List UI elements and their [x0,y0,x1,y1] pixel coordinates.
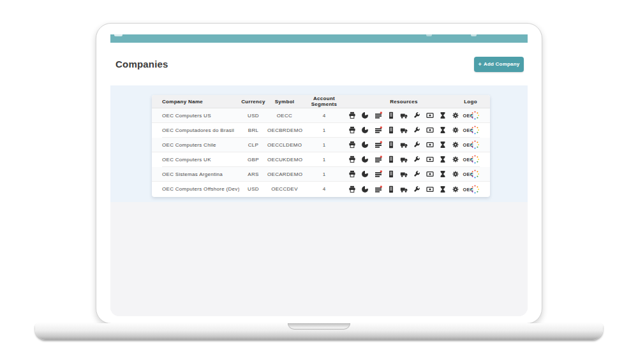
svg-text:OEC: OEC [463,113,473,119]
list-alert-icon[interactable] [375,141,382,149]
symbol-cell: OECARDEMO [267,171,302,177]
segments-cell: 1 [302,171,346,177]
user-icon[interactable] [471,34,477,36]
hourglass-icon[interactable] [439,156,447,163]
wrench-icon[interactable] [413,170,420,178]
printer-icon[interactable] [348,156,356,163]
currency-cell: CLP [239,142,267,148]
company-logo: OEC [461,170,480,178]
printer-icon[interactable] [348,141,356,149]
company-logo: OEC [461,185,480,194]
header-company-name: Company Name [162,99,239,105]
ledger-icon[interactable] [387,186,395,193]
symbol-cell: OECBRDEMO [267,127,302,133]
symbol-cell: OECC [267,113,302,119]
segments-cell: 1 [302,142,346,148]
header-account-segments: Account Segments [302,96,346,107]
laptop-screen: Companies + Add Company Company Name Cur… [96,23,542,324]
list-alert-icon[interactable] [375,156,382,163]
hourglass-icon[interactable] [439,112,447,119]
pie-chart-icon[interactable] [361,112,369,119]
list-alert-icon[interactable] [375,126,382,134]
viewfinder-icon[interactable] [426,170,434,178]
resources-cell [346,112,461,119]
company-name-cell: OEC Computers Chile [162,142,239,148]
ledger-icon[interactable] [387,170,395,178]
ledger-icon[interactable] [387,126,395,134]
ledger-icon[interactable] [387,112,395,119]
wrench-icon[interactable] [413,156,420,163]
pie-chart-icon[interactable] [361,141,369,149]
gear-icon[interactable] [452,156,459,163]
truck-icon[interactable] [400,186,408,193]
company-name-cell: OEC Computadores do Brasil [162,127,239,133]
gear-icon[interactable] [452,126,459,134]
pie-chart-icon[interactable] [361,126,369,134]
hourglass-icon[interactable] [439,141,447,149]
header-logo: Logo [461,99,480,105]
viewfinder-icon[interactable] [426,186,434,193]
gear-icon[interactable] [452,170,459,178]
table-row: OEC Computadores do Brasil BRL OECBRDEMO… [162,123,480,138]
gear-icon[interactable] [452,112,459,119]
table-row: OEC Computers Offshore (Dev) USD OECCDEV… [162,182,480,196]
page-background [110,202,528,316]
printer-icon[interactable] [348,186,356,193]
hourglass-icon[interactable] [439,126,447,134]
viewfinder-icon[interactable] [426,112,434,119]
add-company-button[interactable]: + Add Company [474,57,524,72]
list-alert-icon[interactable] [375,112,382,119]
truck-icon[interactable] [400,141,408,149]
currency-cell: GBP [239,157,267,163]
list-alert-icon[interactable] [375,186,382,193]
ledger-icon[interactable] [387,141,395,149]
svg-text:OEC: OEC [463,127,473,133]
header-symbol: Symbol [267,99,302,105]
viewfinder-icon[interactable] [426,156,434,163]
printer-icon[interactable] [348,170,356,178]
list-alert-icon[interactable] [375,170,382,178]
truck-icon[interactable] [400,112,408,119]
pie-chart-icon[interactable] [361,170,369,178]
company-name-cell: OEC Computers Offshore (Dev) [162,186,239,192]
segments-cell: 4 [302,113,346,119]
page-title: Companies [115,59,168,69]
company-name-cell: OEC Computers UK [162,157,239,163]
viewfinder-icon[interactable] [426,141,434,149]
wrench-icon[interactable] [413,186,420,193]
plus-icon: + [478,61,482,68]
pie-chart-icon[interactable] [361,156,369,163]
printer-icon[interactable] [348,112,356,119]
laptop-base [35,323,603,340]
gear-icon[interactable] [452,186,459,193]
table-header-row: Company Name Currency Symbol Account Seg… [152,95,490,108]
add-company-label: Add Company [484,61,519,67]
truck-icon[interactable] [400,156,408,163]
wrench-icon[interactable] [413,112,420,119]
pie-chart-icon[interactable] [361,186,369,193]
symbol-cell: OECUKDEMO [267,157,302,163]
printer-icon[interactable] [348,126,356,134]
notifications-icon[interactable] [426,34,432,36]
svg-text:OEC: OEC [463,186,473,192]
table-row: OEC Computers US USD OECC 4 OEC [152,108,490,123]
viewfinder-icon[interactable] [426,126,434,134]
wrench-icon[interactable] [413,141,420,149]
wrench-icon[interactable] [413,126,420,134]
laptop-mockup: Companies + Add Company Company Name Cur… [0,0,638,364]
hourglass-icon[interactable] [439,186,447,193]
menu-icon[interactable] [114,34,122,36]
truck-icon[interactable] [400,126,408,134]
hourglass-icon[interactable] [439,170,447,178]
resources-cell [346,170,461,178]
gear-icon[interactable] [452,141,459,149]
company-name-cell: OEC Sistemas Argentina [162,171,239,177]
truck-icon[interactable] [400,170,408,178]
laptop-base-notch [288,323,350,330]
currency-cell: ARS [239,171,267,177]
currency-cell: BRL [239,127,267,133]
segments-cell: 1 [302,127,346,133]
svg-text:OEC: OEC [463,157,473,163]
svg-text:OEC: OEC [463,142,473,148]
ledger-icon[interactable] [387,156,395,163]
